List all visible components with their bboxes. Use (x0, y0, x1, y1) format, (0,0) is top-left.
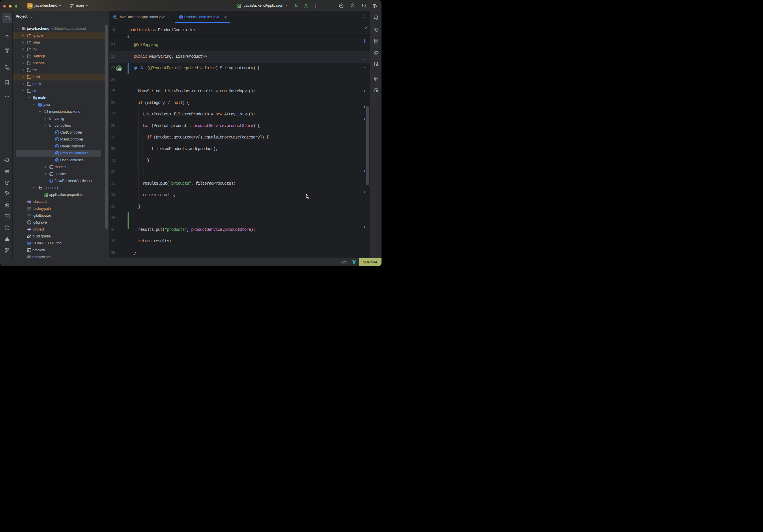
svg-text:C: C (56, 138, 58, 141)
svg-text:C: C (56, 152, 58, 155)
svg-text:C: C (56, 145, 58, 148)
svg-text:C: C (56, 159, 58, 161)
svg-text:C: C (56, 131, 58, 134)
svg-text:M: M (27, 241, 30, 245)
